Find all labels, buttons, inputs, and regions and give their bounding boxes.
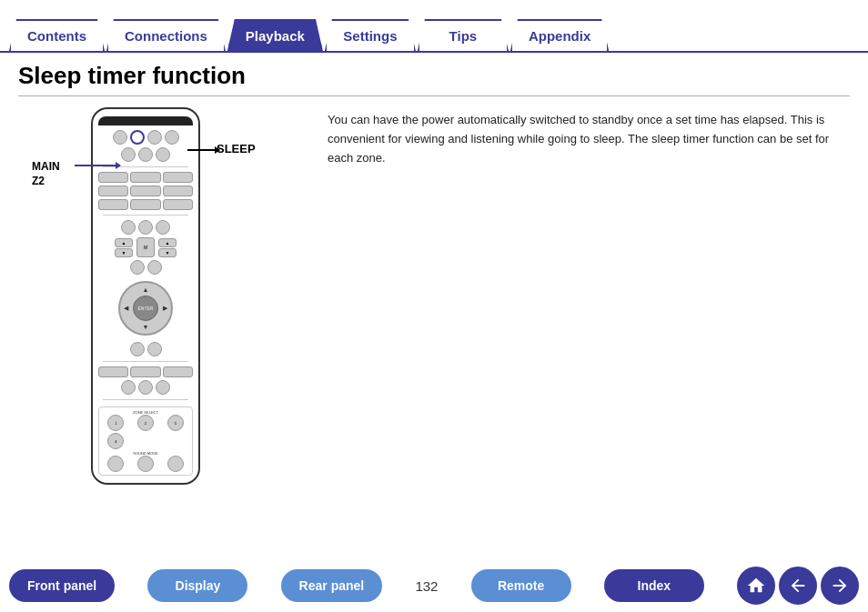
ch-btn-6 <box>156 380 170 395</box>
remote-btn-3 <box>147 130 162 145</box>
ch-row-2 <box>98 380 193 395</box>
tab-connections[interactable]: Connections <box>106 19 226 51</box>
remote-btn-4 <box>165 130 179 145</box>
nav-up: ▲ <box>143 286 149 293</box>
forward-icon-button[interactable] <box>821 567 859 605</box>
ch-btn-5 <box>138 380 153 395</box>
arrow-sleep <box>187 149 219 151</box>
zone-btn-4: 4 <box>107 433 124 449</box>
ch-row-1 <box>98 366 193 377</box>
ibtn-5 <box>130 186 160 196</box>
input-select-row-2 <box>98 186 193 196</box>
ch-btn-3 <box>163 366 193 377</box>
zone-btn-3: 3 <box>167 415 184 431</box>
sm-btn-3 <box>167 456 184 472</box>
nav-circle: ENTER ▲ ▼ ◀ ▶ <box>118 281 173 336</box>
divider-2 <box>103 215 188 216</box>
ibtn-1 <box>98 172 128 183</box>
volume-control-2: ▲ ▼ <box>158 238 177 257</box>
back-arrow-icon <box>788 576 808 596</box>
back-icon-button[interactable] <box>779 567 817 605</box>
back-setup-row <box>98 342 193 356</box>
tab-playback[interactable]: Playback <box>227 19 323 51</box>
remote-btn-6 <box>138 147 153 162</box>
vol-down: ▼ <box>115 248 133 257</box>
home-icon <box>746 576 766 596</box>
rear-panel-button[interactable]: Rear panel <box>281 569 383 602</box>
description-area: You can have the power automatically swi… <box>328 107 850 485</box>
extra-btn-2 <box>147 260 162 275</box>
forward-arrow-icon <box>830 576 850 596</box>
remote-row-2 <box>98 147 193 162</box>
ibtn-9 <box>163 199 193 210</box>
zone-section: ZONE SELECT 1 2 3 4 SOUND MODE <box>98 406 193 476</box>
ch-btn-4 <box>121 380 136 395</box>
ibtn-2 <box>130 172 160 183</box>
zone-btns-1: 1 2 3 4 <box>102 415 189 449</box>
ibtn-4 <box>98 186 128 196</box>
display-button[interactable]: Display <box>147 569 247 602</box>
setup-btn <box>147 342 162 356</box>
sm-btn-2 <box>137 456 154 472</box>
ibtn-7 <box>98 199 128 210</box>
tab-contents[interactable]: Contents <box>9 19 105 51</box>
mode-btn-3 <box>156 220 170 235</box>
page-number: 132 <box>415 578 438 594</box>
ibtn-3 <box>163 172 193 183</box>
index-button[interactable]: Index <box>604 569 704 602</box>
remote-btn-1 <box>113 130 127 145</box>
nav-enter-btn: ENTER <box>133 296 158 321</box>
nav-left: ◀ <box>124 305 128 312</box>
nav-right: ▶ <box>163 305 167 312</box>
remote-top-bar <box>98 116 193 125</box>
sm-btn-1 <box>107 456 124 472</box>
mute-btn: M <box>136 237 155 257</box>
tab-settings[interactable]: Settings <box>325 19 416 51</box>
front-panel-button[interactable]: Front panel <box>9 569 115 602</box>
zone-btn-1: 1 <box>107 415 124 431</box>
nav-down: ▼ <box>143 324 149 330</box>
remote-btn-5 <box>121 147 136 162</box>
divider <box>18 95 850 96</box>
remote-illustration: MAINZ2 SLEEP <box>18 107 309 485</box>
remote-button[interactable]: Remote <box>471 569 571 602</box>
page-content: Sleep timer function MAINZ2 SLEEP <box>0 53 868 485</box>
description-text: You can have the power automatically swi… <box>328 111 850 167</box>
input-select-row-3 <box>98 199 193 210</box>
back-btn <box>130 342 145 356</box>
vol-up: ▲ <box>115 238 133 247</box>
divider-4 <box>103 399 188 400</box>
home-icon-button[interactable] <box>737 567 775 605</box>
ibtn-8 <box>130 199 160 210</box>
remote-btn-2 <box>130 130 145 145</box>
ch-btn-1 <box>98 366 128 377</box>
bottom-bar: Front panel Display Rear panel 132 Remot… <box>0 559 868 612</box>
mode-btn-1 <box>121 220 136 235</box>
zone-btn-2: 2 <box>137 415 154 431</box>
arrow-main-z2 <box>75 165 120 166</box>
mode-row <box>98 220 193 235</box>
vol-down-2: ▼ <box>158 248 177 257</box>
divider-3 <box>103 361 188 362</box>
volume-row: ▲ ▼ M ▲ ▼ <box>115 237 177 257</box>
remote-btn-7 <box>156 147 170 162</box>
mode-btn-2 <box>138 220 153 235</box>
navigation-tabs: Contents Connections Playback Settings T… <box>0 0 868 53</box>
tab-tips[interactable]: Tips <box>418 19 509 51</box>
vol-up-2: ▲ <box>158 238 177 247</box>
main-area: MAINZ2 SLEEP <box>18 107 850 485</box>
input-select-row-1 <box>98 172 193 183</box>
page-title: Sleep timer function <box>18 62 850 90</box>
volume-control: ▲ ▼ <box>115 238 133 257</box>
ch-btn-2 <box>130 366 160 377</box>
extra-row <box>98 260 193 275</box>
label-sleep: SLEEP <box>217 142 256 156</box>
bottom-nav-icons <box>737 567 859 605</box>
sound-mode-btns <box>102 456 189 472</box>
extra-btn-1 <box>130 260 145 275</box>
label-main-z2: MAINZ2 <box>32 160 60 188</box>
tab-appendix[interactable]: Appendix <box>510 19 609 51</box>
remote-top-buttons <box>98 130 193 145</box>
ibtn-6 <box>163 186 193 196</box>
